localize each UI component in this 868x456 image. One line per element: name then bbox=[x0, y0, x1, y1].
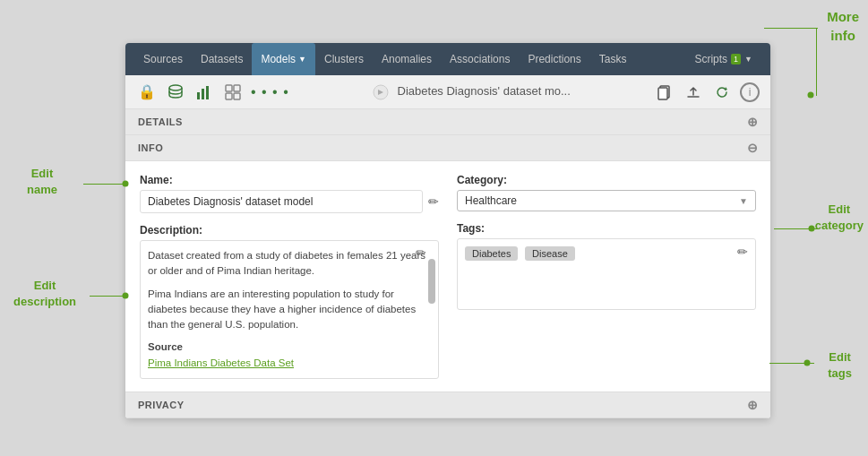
tags-label: Tags: bbox=[457, 222, 756, 235]
svg-rect-3 bbox=[206, 86, 209, 99]
chart-icon[interactable] bbox=[193, 82, 215, 103]
nav-predictions[interactable]: Predictions bbox=[519, 43, 589, 75]
edit-name-dot bbox=[123, 181, 129, 187]
nav-datasets[interactable]: Datasets bbox=[192, 43, 252, 75]
details-section-header: DETAILS ⊕ bbox=[125, 109, 770, 135]
models-dropdown-icon: ▼ bbox=[298, 55, 306, 64]
tags-edit-icon[interactable]: ✏ bbox=[737, 245, 748, 259]
svg-rect-7 bbox=[234, 93, 240, 99]
refresh-icon[interactable] bbox=[711, 82, 733, 103]
svg-rect-2 bbox=[202, 89, 204, 99]
lock-icon[interactable]: 🔒 bbox=[136, 82, 158, 103]
scripts-badge: 1 bbox=[731, 54, 741, 65]
scripts-dropdown-icon: ▼ bbox=[744, 55, 752, 64]
copy-icon[interactable] bbox=[654, 82, 675, 103]
more-info-vline bbox=[816, 28, 817, 96]
category-label: Category: bbox=[457, 174, 756, 186]
category-value: Healthcare bbox=[465, 194, 517, 207]
svg-rect-10 bbox=[658, 88, 667, 99]
source-label: Source bbox=[148, 340, 431, 355]
nav-models[interactable]: Models ▼ bbox=[252, 43, 315, 75]
nav-clusters[interactable]: Clusters bbox=[315, 43, 373, 75]
desc-source: Source Pima Indians Diabetes Data Set bbox=[148, 340, 431, 371]
svg-rect-6 bbox=[226, 93, 232, 99]
main-card: Sources Datasets Models ▼ Clusters Anoma… bbox=[125, 43, 770, 418]
more-info-annotation: More info bbox=[827, 7, 859, 45]
edit-description-dot bbox=[123, 293, 129, 299]
nav-tasks[interactable]: Tasks bbox=[590, 43, 636, 75]
name-input[interactable]: Diabetes Diagnosis' dataset model bbox=[140, 190, 423, 213]
info-circle-icon[interactable]: i bbox=[740, 82, 760, 102]
nav-scripts[interactable]: Scripts 1 ▼ bbox=[685, 53, 761, 65]
edit-description-annotation: Edit description bbox=[13, 278, 76, 310]
privacy-section-header: PRIVACY ⊕ bbox=[125, 391, 770, 418]
toolbar-title: Diabetes Diagnosis' dataset mo... bbox=[296, 84, 647, 100]
source-link[interactable]: Pima Indians Diabetes Data Set bbox=[148, 356, 431, 371]
description-label: Description: bbox=[140, 224, 439, 237]
more-info-dot bbox=[808, 92, 814, 99]
edit-name-hline bbox=[83, 184, 125, 185]
svg-point-0 bbox=[169, 85, 182, 90]
upload-icon[interactable] bbox=[683, 82, 704, 103]
edit-tags-annotation: Edit tags bbox=[828, 349, 852, 382]
scrollbar bbox=[428, 259, 435, 304]
nav-anomalies[interactable]: Anomalies bbox=[373, 43, 441, 75]
top-nav: Sources Datasets Models ▼ Clusters Anoma… bbox=[125, 43, 770, 75]
edit-category-annotation: Edit category bbox=[815, 202, 864, 234]
desc-text-1: Dataset created from a study of diabetes… bbox=[148, 248, 431, 280]
info-section: Name: Diabetes Diagnosis' dataset model … bbox=[125, 161, 770, 391]
name-label: Name: bbox=[140, 174, 439, 186]
edit-name-annotation: Edit name bbox=[27, 166, 57, 198]
edit-category-dot bbox=[809, 226, 815, 232]
toolbar-right: i bbox=[654, 82, 760, 103]
grid-icon[interactable] bbox=[222, 82, 244, 103]
info-section-header: INFO ⊖ bbox=[125, 135, 770, 161]
svg-rect-4 bbox=[226, 85, 232, 91]
info-col-right: Category: Healthcare ▼ Tags: Diabetes Di… bbox=[457, 174, 756, 379]
tags-area: Diabetes Disease ✏ bbox=[457, 238, 756, 310]
edit-tags-dot bbox=[804, 360, 811, 366]
tag-disease[interactable]: Disease bbox=[525, 246, 575, 261]
edit-description-hline bbox=[90, 296, 125, 297]
details-toggle[interactable]: ⊕ bbox=[747, 115, 759, 129]
category-select[interactable]: Healthcare ▼ bbox=[457, 190, 756, 211]
more-info-connector bbox=[764, 28, 818, 29]
database-icon[interactable] bbox=[165, 82, 186, 103]
description-box[interactable]: Dataset created from a study of diabetes… bbox=[140, 240, 439, 379]
svg-rect-5 bbox=[234, 85, 240, 91]
info-col-left: Name: Diabetes Diagnosis' dataset model … bbox=[140, 174, 439, 379]
category-dropdown-arrow: ▼ bbox=[739, 196, 748, 206]
info-toggle[interactable]: ⊖ bbox=[747, 141, 759, 155]
desc-text-2: Pima Indians are an interesting populati… bbox=[148, 287, 431, 333]
name-field-row: Diabetes Diagnosis' dataset model ✏ bbox=[140, 190, 439, 213]
privacy-toggle[interactable]: ⊕ bbox=[747, 398, 759, 412]
name-edit-icon[interactable]: ✏ bbox=[428, 194, 439, 209]
nav-sources[interactable]: Sources bbox=[134, 43, 192, 75]
description-edit-icon[interactable]: ✏ bbox=[416, 245, 426, 260]
toolbar: 🔒 bbox=[125, 75, 770, 109]
tag-diabetes[interactable]: Diabetes bbox=[465, 246, 518, 261]
info-row: Name: Diabetes Diagnosis' dataset model … bbox=[140, 174, 756, 379]
nav-associations[interactable]: Associations bbox=[441, 43, 519, 75]
svg-rect-1 bbox=[197, 92, 200, 99]
more-dots[interactable]: • • • • bbox=[251, 84, 289, 100]
